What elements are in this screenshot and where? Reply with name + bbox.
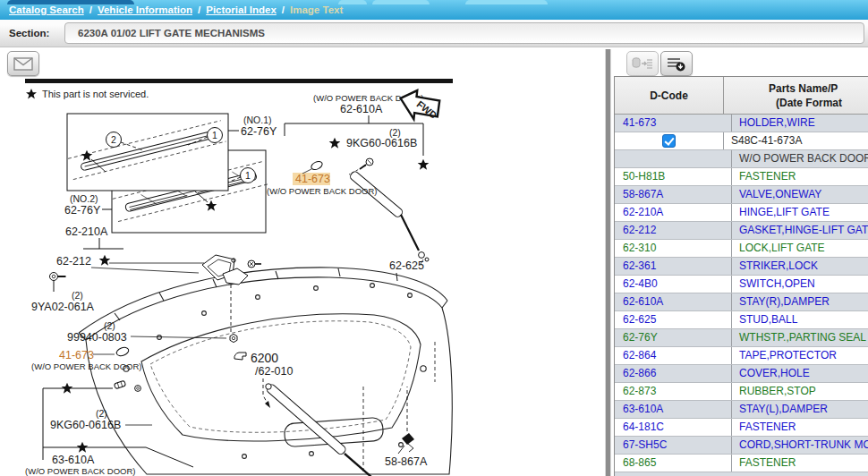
part-code-cell[interactable]: 62-212 (615, 222, 732, 239)
row-checkbox-checked[interactable] (662, 134, 676, 148)
part-name-cell[interactable]: FASTENER (732, 168, 868, 185)
part-name-cell[interactable]: STAY(L),DAMPER (732, 401, 868, 418)
qty-label: (2) (72, 290, 83, 301)
table-row: 62-873 RUBBER,STOP (615, 383, 868, 401)
part-name-cell[interactable]: LOCK,LIFT GATE (732, 240, 868, 257)
breadcrumb-vehicle-information[interactable]: Vehicle Information (98, 4, 192, 15)
part-name-cell[interactable]: HINGE,LIFT GATE (732, 204, 868, 221)
part-label-62-610A[interactable]: 62-610A (340, 103, 383, 115)
browser-tab[interactable] (465, 0, 548, 4)
part-code-cell[interactable]: 64-181C (615, 419, 732, 436)
part-name-cell[interactable]: GASKET,HINGE-LIFT GATE (732, 222, 868, 239)
part-name-cell[interactable]: STRIKER,LOCK (732, 258, 868, 275)
part-code-cell[interactable]: 62-873 (615, 383, 732, 400)
mail-button[interactable] (7, 51, 39, 76)
part-code-cell[interactable]: 41-673 (615, 115, 732, 132)
copy-to-list-button[interactable] (626, 51, 659, 76)
part-name-cell[interactable]: WTHSTP.,PARTING SEAL (732, 329, 868, 346)
part-label-62-212[interactable]: 62-212 (56, 255, 91, 268)
breadcrumb-separator: / (282, 4, 285, 15)
list-download-button[interactable] (660, 51, 693, 76)
part-name-cell[interactable]: STAY(R),DAMPER (732, 293, 868, 310)
callout-1: 1 (212, 130, 217, 140)
part-label-63-610A[interactable]: 63-610A (52, 454, 95, 466)
part-code-cell[interactable]: 62-76Y (615, 329, 732, 346)
part-name-cell[interactable]: STUD,BALL (732, 311, 868, 328)
part-name-cell[interactable]: HOLDER,WIRE (732, 115, 868, 132)
table-row: 50-H81B FASTENER (615, 168, 868, 186)
part-code-cell[interactable]: 62-866 (615, 365, 732, 382)
part-label-62-76Y-no1[interactable]: 62-76Y (241, 125, 277, 138)
diagram-top-rule (25, 79, 453, 83)
section-bar: Section: 6230A 01/02 LIFT GATE MECHANISM… (0, 20, 868, 47)
parts-list-panel: D-Code Parts Name/P (Date Format 41-673 … (614, 76, 868, 476)
part-name-cell[interactable]: RUBBER,STOP (732, 383, 868, 400)
part-label-62-210A[interactable]: 62-210A (65, 225, 108, 238)
part-label-58-867A[interactable]: 58-867A (385, 455, 428, 468)
part-label-99940-0803[interactable]: 99940-0803 (67, 331, 127, 344)
part-label-9KG60-0616B-top[interactable]: 9KG60-0616B (346, 137, 417, 149)
weatherstrip-no1-inset: 1 2 (67, 114, 228, 191)
table-row: 62-310 LOCK,LIFT GATE (615, 240, 868, 258)
table-row: 62-625 STUD,BALL (615, 311, 868, 329)
column-header-line1: Parts Name/P (724, 81, 868, 96)
part-label-9KG60-0616B-bottom[interactable]: 9KG60-0616B (50, 419, 121, 431)
qty-label: (2) (104, 320, 115, 331)
not-serviced-note: This part is not serviced. (42, 89, 149, 99)
section-value[interactable]: 6230A 01/02 LIFT GATE MECHANISMS (64, 22, 864, 44)
table-row: 62-866 COVER,HOLE (615, 365, 868, 383)
part-code-cell (615, 150, 732, 167)
breadcrumb-pictorial-index[interactable]: Pictorial Index (206, 4, 277, 15)
column-header-line2: (Date Format (724, 96, 868, 110)
part-code-cell[interactable]: 62-361 (615, 258, 732, 275)
part-code-cell[interactable]: 62-310 (615, 240, 732, 257)
star-icon (329, 138, 341, 149)
part-code-cell[interactable]: 62-4B0 (615, 276, 732, 293)
table-row-partial (615, 472, 868, 476)
part-name-cell[interactable]: FASTENER (732, 455, 868, 472)
wo-power-back-door-note: (W/O POWER BACK DOOR) (31, 361, 142, 371)
panel-splitter[interactable] (605, 49, 611, 476)
part-name-cell[interactable]: VALVE,ONEWAY (732, 186, 868, 203)
table-row: 63-610A STAY(L),DAMPER (615, 401, 868, 419)
breadcrumb-separator: / (198, 4, 200, 15)
table-row: 62-864 TAPE,PROTECTOR (615, 347, 868, 365)
wire-holder-icon (310, 160, 323, 172)
part-code-cell[interactable]: 62-610A (615, 293, 732, 310)
part-code-cell[interactable]: 62-625 (615, 311, 732, 328)
table-row: 62-361 STRIKER,LOCK (615, 258, 868, 276)
part-code-cell[interactable]: 50-H81B (615, 168, 732, 185)
part-name-cell[interactable]: SWITCH,OPEN (732, 276, 868, 293)
part-label-41-673-left[interactable]: 41-673 (59, 349, 94, 361)
part-label-62-76Y-no2[interactable]: 62-76Y (64, 204, 101, 217)
part-name-cell[interactable]: TAPE,PROTECTOR (732, 347, 868, 364)
part-code-cell[interactable]: 62-210A (615, 204, 732, 221)
table-row: S48C-41-673A (615, 132, 868, 150)
part-code-cell[interactable]: 58-867A (615, 186, 732, 203)
part-label-9YA02-061A[interactable]: 9YA02-061A (31, 301, 95, 313)
part-name-cell[interactable]: COVER,HOLE (732, 365, 868, 382)
nut-icon (230, 334, 237, 342)
column-header-parts-name[interactable]: Parts Name/P (Date Format (724, 77, 868, 114)
part-label-6200[interactable]: 6200 (251, 351, 278, 365)
part-name-cell[interactable]: FASTENER (732, 419, 868, 436)
wo-power-back-door-note: (W/O POWER BACK DOOR) (267, 186, 378, 196)
part-code-cell[interactable]: 62-864 (615, 347, 732, 364)
label-no2: (NO.2) (70, 193, 98, 204)
breadcrumb-catalog-search[interactable]: Catalog Search (9, 4, 84, 15)
part-label-62-625[interactable]: 62-625 (389, 259, 424, 272)
table-row: 67-SH5C CORD,SHORT-TRUNK MOTOR (615, 437, 868, 455)
part-name-cell[interactable]: CORD,SHORT-TRUNK MOTOR (732, 437, 868, 454)
column-header-dcode[interactable]: D-Code (615, 77, 724, 114)
breadcrumb-separator: / (89, 4, 92, 15)
browser-tab[interactable] (372, 0, 430, 4)
parts-table-body: 41-673 HOLDER,WIRE S48C-41-673A W/O POWE… (615, 115, 868, 472)
table-row: 62-210A HINGE,LIFT GATE (615, 204, 868, 222)
qty-label: (2) (96, 408, 107, 419)
part-code-cell[interactable]: 63-610A (615, 401, 732, 418)
part-code-cell[interactable]: 67-SH5C (615, 437, 732, 454)
part-label-41-673-selected[interactable]: 41-673 (295, 173, 330, 185)
part-code-cell[interactable]: 68-865 (615, 455, 732, 472)
table-row: 64-181C FASTENER (615, 419, 868, 437)
part-label-62-010[interactable]: /62-010 (255, 365, 293, 378)
